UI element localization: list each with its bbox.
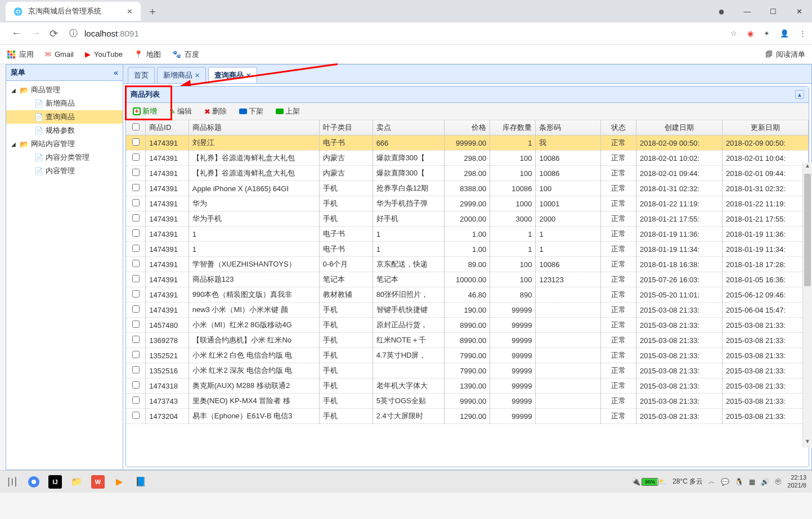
row-checkbox[interactable]	[132, 290, 140, 297]
table-row[interactable]: 1474391华为手机华为手机挡子弹2999.00100010001正常2018…	[126, 196, 809, 211]
close-icon[interactable]: ✕	[246, 72, 251, 79]
sidebar-item-内容管理[interactable]: 📄内容管理	[6, 164, 123, 178]
row-checkbox[interactable]	[132, 199, 140, 206]
reading-list-button[interactable]: 🗐阅读清单	[765, 49, 805, 60]
row-checkbox[interactable]	[132, 305, 140, 313]
url-box[interactable]: ⓘ localhost:8091	[69, 28, 725, 39]
table-row[interactable]: 1474391学智善（XUEZHISHANTOYS）0-6个月京东配送，快递89…	[126, 257, 809, 272]
column-created[interactable]: 创建日期	[636, 120, 722, 136]
forward-button[interactable]: →	[30, 28, 41, 40]
close-icon[interactable]: ✕	[195, 72, 200, 79]
network-icon[interactable]: ▦	[749, 478, 755, 486]
table-row[interactable]: 1474391商品标题123笔记本笔记本10000.00100123123正常2…	[126, 272, 809, 287]
table-row[interactable]: 1473743里奥(NEO) KP-MX4 冒险者 移手机5英寸OGS全贴999…	[126, 394, 809, 409]
table-row[interactable]: 1474391Apple iPhone X (A1865) 64GI手机抢券享白…	[126, 181, 809, 196]
column-updated[interactable]: 更新日期	[722, 120, 808, 136]
qq-icon[interactable]: 🐧	[735, 478, 743, 486]
speaker-icon[interactable]: 🔊	[761, 478, 769, 486]
column-price[interactable]: 价格	[445, 120, 490, 136]
baidu-bookmark[interactable]: 🐾百度	[172, 49, 199, 60]
add-button[interactable]: + 新增	[131, 105, 159, 118]
wps-icon[interactable]: W	[91, 475, 105, 489]
row-checkbox[interactable]	[132, 381, 140, 389]
panel-collapse-button[interactable]: ▲	[795, 90, 804, 99]
row-checkbox[interactable]	[132, 366, 140, 373]
table-row[interactable]: 1474391990本色（精装图文版）真我非教材教辅80张怀旧照片，46.808…	[126, 287, 809, 303]
menu-icon[interactable]: ⋮	[799, 29, 806, 38]
scroll-thumb[interactable]	[804, 174, 811, 286]
tray-chevron-icon[interactable]: ︿	[708, 477, 715, 486]
row-checkbox[interactable]	[132, 245, 140, 252]
row-checkbox[interactable]	[132, 229, 140, 237]
row-checkbox[interactable]	[132, 351, 140, 358]
gmail-bookmark[interactable]: ✉Gmail	[45, 50, 74, 58]
ime-icon[interactable]: ㊥	[775, 477, 782, 486]
new-tab-button[interactable]: ＋	[147, 4, 158, 18]
browser-tab[interactable]: 🌐 京淘商城后台管理系统 ✕	[6, 2, 141, 21]
chrome-logo-icon[interactable]: ◉	[747, 29, 753, 38]
scroll-down-icon[interactable]: ▼	[803, 438, 812, 448]
row-checkbox[interactable]	[132, 260, 140, 267]
apps-button[interactable]: 应用	[7, 49, 34, 60]
tab-新增商品[interactable]: 新增商品✕	[157, 67, 206, 83]
sidebar-item-网站内容管理[interactable]: ◢📂网站内容管理	[6, 137, 123, 151]
row-checkbox[interactable]	[132, 412, 140, 419]
row-checkbox[interactable]	[132, 169, 140, 176]
battery-indicator[interactable]: 🔌 96%	[631, 477, 658, 486]
sidebar-item-新增商品[interactable]: 📄新增商品	[6, 97, 123, 110]
notes-icon[interactable]: 📘	[134, 475, 147, 489]
delete-button[interactable]: ✖ 删除	[202, 105, 229, 118]
column-title[interactable]: 商品标题	[189, 120, 319, 136]
weather-text[interactable]: 28°C 多云	[672, 477, 703, 486]
row-checkbox[interactable]	[132, 184, 140, 191]
row-checkbox[interactable]	[132, 138, 140, 146]
table-row[interactable]: 1369278【联通合约惠机】小米 红米No手机红米NOTE＋千8990.009…	[126, 333, 809, 348]
row-checkbox[interactable]	[132, 321, 140, 328]
column-barcode[interactable]: 条形码	[536, 120, 601, 136]
column-id[interactable]: 商品ID	[146, 120, 189, 136]
media-player-icon[interactable]: ▶	[113, 475, 126, 489]
close-icon[interactable]: ✕	[127, 7, 133, 16]
table-row[interactable]: 1457480小米（MI）红米2 8G版移动4G手机原封正品行货，8990.00…	[126, 318, 809, 333]
table-row[interactable]: 1474391刘昱江电子书66699999.001我正常2018-02-09 0…	[126, 136, 809, 151]
expand-icon[interactable]: ◢	[10, 141, 17, 147]
table-row[interactable]: 1474391new3 小米（MI）小米米键 颜手机智键手机快捷键190.009…	[126, 303, 809, 318]
table-row[interactable]: 14743911电子书11.0011正常2018-01-19 11:34:201…	[126, 242, 809, 257]
close-button[interactable]: ✕	[786, 0, 812, 22]
row-checkbox[interactable]	[132, 396, 140, 404]
table-row[interactable]: 1352516小米 红米2 深灰 电信合约版 电手机7990.0099999正常…	[126, 363, 809, 378]
explorer-icon[interactable]: 📁	[70, 475, 83, 489]
reload-button[interactable]: ⟳	[50, 28, 58, 40]
sidebar-item-内容分类管理[interactable]: 📄内容分类管理	[6, 151, 123, 164]
row-checkbox[interactable]	[132, 336, 140, 343]
sidebar-item-查询商品[interactable]: 📄查询商品	[6, 110, 123, 124]
column-checkbox[interactable]	[126, 120, 146, 136]
tab-查询商品[interactable]: 查询商品✕	[208, 67, 257, 83]
profile-icon[interactable]: 👤	[780, 29, 789, 38]
minimize-button[interactable]: —	[734, 0, 760, 22]
bookmark-icon[interactable]: ☆	[730, 29, 737, 38]
up-button[interactable]: 上架	[273, 105, 302, 118]
edit-button[interactable]: ✎ 编辑	[167, 105, 194, 118]
table-row[interactable]: 1474391【礼券】谷源道海鲜礼盒大礼包内蒙古爆款直降300【298.0010…	[126, 151, 809, 166]
row-checkbox[interactable]	[132, 214, 140, 222]
row-checkbox[interactable]	[132, 275, 140, 282]
maximize-button[interactable]: ☐	[760, 0, 786, 22]
column-sellpoint[interactable]: 卖点	[373, 120, 445, 136]
table-row[interactable]: 1352521小米 红米2 白色 电信合约版 电手机4.7英寸HD屏，7990.…	[126, 348, 809, 363]
table-row[interactable]: 1474391华为手机手机好手机2000.0030002000正常2018-01…	[126, 211, 809, 227]
table-row[interactable]: 14743911电子书11.0011正常2018-01-19 11:36:201…	[126, 227, 809, 242]
table-row[interactable]: 1474391【礼券】谷源道海鲜礼盒大礼包内蒙古爆款直降300【298.0010…	[126, 166, 809, 181]
row-checkbox[interactable]	[132, 154, 140, 161]
back-button[interactable]: ←	[11, 28, 21, 40]
sidebar-item-规格参数[interactable]: 📄规格参数	[6, 124, 123, 137]
scrollbar[interactable]: ▲ ▼	[802, 163, 812, 448]
youtube-bookmark[interactable]: ▶YouTube	[85, 50, 123, 58]
extensions-icon[interactable]: ✦	[764, 29, 770, 38]
user-icon[interactable]: ●	[708, 0, 734, 22]
maps-bookmark[interactable]: 📍地图	[134, 49, 161, 60]
column-category[interactable]: 叶子类目	[319, 120, 373, 136]
collapse-icon[interactable]: «	[114, 68, 118, 77]
down-button[interactable]: 下架	[237, 105, 266, 118]
task-view-icon[interactable]: 〣	[6, 475, 19, 489]
